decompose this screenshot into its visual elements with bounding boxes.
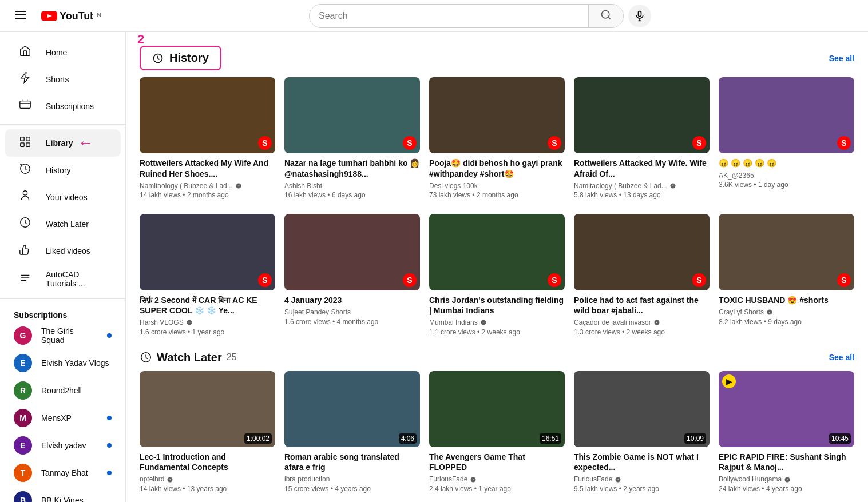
thumbnail: S	[140, 77, 275, 153]
video-card-wl5[interactable]: 10:45▶ EPIC RAPID FIRE: Sushant Singh Ra…	[719, 371, 854, 494]
video-card-wl4[interactable]: 10:09 This Zombie Game is NOT what I exp…	[574, 371, 710, 494]
subscription-item-girls-squad[interactable]: G The Girls Squad	[0, 322, 125, 349]
video-card-r2v4[interactable]: S Police had to act fast against the wil…	[574, 214, 710, 337]
subscription-item-elvish-vlogs[interactable]: E Elvish Yadav Vlogs	[0, 349, 125, 377]
channel-name: Caçador de javali invasor	[574, 318, 651, 328]
subscription-item-elvish-yadav[interactable]: E Elvish yadav	[0, 432, 125, 459]
channel-row: Bollywood Hungama	[719, 475, 854, 484]
sub-avatar-elvish-yadav: E	[14, 436, 32, 455]
video-card-wl3[interactable]: 16:51 The Avengers Game That FLOPPED Fur…	[429, 371, 565, 494]
view-count: 16 lakh views • 6 days ago	[284, 190, 420, 200]
sidebar-item-home[interactable]: Home	[5, 39, 121, 66]
thumbnail: S	[140, 214, 275, 290]
liked-videos-icon	[18, 243, 32, 258]
watch-later-video-grid: 1:00:02 Lec-1 Introduction and Fundament…	[140, 371, 854, 494]
video-meta: Desi vlogs 100k 73 lakh views • 2 months…	[429, 181, 565, 201]
thumbnail: S	[284, 214, 420, 290]
thumbnail: 16:51	[429, 371, 565, 447]
sub-dot-elvish-yadav	[107, 443, 112, 448]
watch-later-count: 25	[227, 352, 237, 362]
autocad-icon	[18, 272, 32, 287]
sidebar-item-shorts[interactable]: Shorts	[5, 66, 121, 93]
video-card-v4[interactable]: S Rottweilers Attacked My Wife. Wife Afr…	[574, 77, 710, 200]
video-meta: FuriousFade 2.4 lakh views • 1 year ago	[429, 475, 565, 494]
channel-name: FuriousFade	[574, 475, 612, 484]
video-meta: FuriousFade 9.5 lakh views • 2 years ago	[574, 475, 710, 494]
view-count: 14 lakh views • 2 months ago	[140, 190, 275, 200]
video-title: The Avengers Game That FLOPPED	[429, 452, 565, 472]
subscription-item-round2hell[interactable]: R Round2hell	[0, 377, 125, 404]
thumbnail: S	[719, 214, 854, 290]
subscription-item-mensxp[interactable]: M MensXP	[0, 404, 125, 432]
watch-later-title-area: Watch Later 25	[140, 351, 237, 364]
channel-row: Sujeet Pandey Shorts	[284, 308, 420, 317]
video-card-v5[interactable]: S 😠 😠 😠 😠 😠 AK_@2365 3.6K views • 1 day …	[719, 77, 854, 200]
home-label: Home	[46, 48, 67, 57]
video-card-r2v1[interactable]: S सिर्फ़ 2 Second में CAR बिना AC KE SUP…	[140, 214, 275, 337]
sub-name-elvish-vlogs: Elvish Yadav Vlogs	[41, 358, 112, 368]
hamburger-menu[interactable]	[9, 3, 32, 28]
watch-later-see-all[interactable]: See all	[829, 353, 854, 362]
library-label: Library	[46, 138, 73, 148]
thumbnail: 1:00:02	[140, 371, 275, 447]
video-card-v2[interactable]: S Nazar na lage tumhari bahbhi ko 👩 @nat…	[284, 77, 420, 200]
video-card-r2v3[interactable]: S Chris Jordan's outstanding fielding | …	[429, 214, 565, 337]
video-card-r2v2[interactable]: S 4 January 2023 Sujeet Pandey Shorts 1.…	[284, 214, 420, 337]
library-icon	[18, 136, 32, 151]
header: YouTube IN	[0, 0, 868, 32]
search-input[interactable]	[310, 6, 588, 26]
sidebar-item-history[interactable]: History	[5, 157, 121, 184]
sidebar-item-your-videos[interactable]: Your videos	[5, 184, 121, 210]
youtube-logo[interactable]: YouTube IN	[41, 10, 101, 22]
view-count: 73 lakh views • 2 months ago	[429, 190, 565, 200]
channel-name: CrayLyf Shorts	[719, 308, 764, 317]
channel-row: Ashish Bisht	[284, 181, 420, 191]
sub-avatar-round2hell: R	[14, 381, 32, 400]
subscription-item-bb-ki-vines[interactable]: B BB Ki Vines	[0, 487, 125, 502]
sub-name-round2hell: Round2hell	[41, 386, 112, 395]
autocad-label: AutoCAD Tutorials ...	[46, 270, 107, 288]
sidebar-item-autocad[interactable]: AutoCAD Tutorials ...	[5, 264, 121, 294]
sub-avatar-elvish-vlogs: E	[14, 354, 32, 372]
channel-row: Harsh VLOGS	[140, 318, 275, 328]
sidebar-item-subscriptions[interactable]: Subscriptions	[5, 93, 121, 119]
history-see-all[interactable]: See all	[829, 54, 854, 63]
view-count: 5.8 lakh views • 13 days ago	[574, 190, 710, 200]
video-title: Nazar na lage tumhari bahbhi ko 👩 @natas…	[284, 158, 420, 178]
video-card-r2v5[interactable]: S TOXIC HUSBAND 😍 #shorts CrayLyf Shorts…	[719, 214, 854, 337]
mic-button[interactable]	[628, 5, 651, 27]
sidebar-item-watch-later[interactable]: Watch Later	[5, 210, 121, 237]
channel-name: Mumbai Indians	[429, 318, 478, 328]
channel-name: Namitaology ( Bubzee & Lad...	[574, 181, 667, 191]
view-count: 3.6K views • 1 day ago	[719, 180, 854, 190]
svg-rect-15	[21, 142, 24, 146]
sub-avatar-girls-squad: G	[14, 326, 32, 345]
sidebar-item-liked-videos[interactable]: Liked videos	[5, 237, 121, 264]
video-card-wl2[interactable]: 4:06 Roman arabic song translated afara …	[284, 371, 420, 494]
shorts-badge: S	[403, 273, 417, 287]
video-card-wl1[interactable]: 1:00:02 Lec-1 Introduction and Fundament…	[140, 371, 275, 494]
view-count: 1.6 crore views • 4 months ago	[284, 317, 420, 327]
shorts-badge: S	[258, 273, 272, 287]
svg-rect-11	[23, 51, 27, 55]
video-card-v1[interactable]: S Rottweilers Attacked My Wife And Ruine…	[140, 77, 275, 200]
subscription-item-tanmay-bhat[interactable]: T Tanmay Bhat	[0, 459, 125, 487]
search-button[interactable]	[588, 5, 623, 27]
history-label: History	[46, 166, 71, 175]
video-title: Roman arabic song translated afara e fri…	[284, 452, 420, 472]
channel-name: FuriousFade	[429, 475, 467, 484]
sidebar: Home Shorts Subscriptions	[0, 32, 126, 502]
channel-name: Sujeet Pandey Shorts	[284, 308, 351, 317]
play-badge: ▶	[722, 374, 736, 388]
video-card-v3[interactable]: S Pooja🤩 didi behosh ho gayi prank #with…	[429, 77, 565, 200]
channel-row: FuriousFade	[429, 475, 565, 484]
video-title: Police had to act fast against the wild …	[574, 295, 710, 316]
thumbnail: 10:45▶	[719, 371, 854, 447]
video-title: EPIC RAPID FIRE: Sushant Singh Rajput & …	[719, 452, 854, 472]
video-title: 😠 😠 😠 😠 😠	[719, 158, 854, 168]
sidebar-item-library[interactable]: Library ←	[5, 129, 121, 157]
sub-name-tanmay-bhat: Tanmay Bhat	[41, 468, 98, 477]
search-area	[101, 4, 859, 28]
sub-name-mensxp: MensXP	[41, 413, 98, 423]
duration-badge: 16:51	[540, 433, 561, 444]
